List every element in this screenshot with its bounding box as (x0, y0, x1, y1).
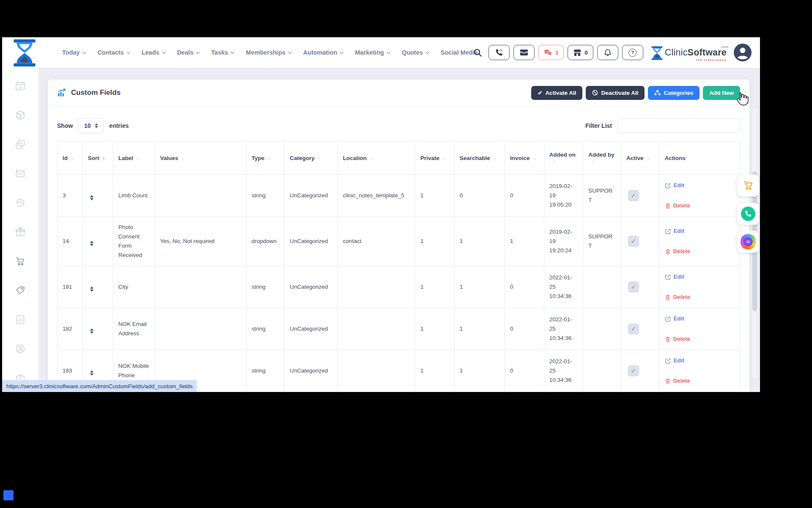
cell-searchable: 1 (454, 266, 505, 308)
drag-handle-icon[interactable] (90, 241, 93, 246)
cart-icon[interactable] (15, 256, 26, 268)
nav-item-automation[interactable]: Automation (303, 49, 344, 56)
column-header-id[interactable]: Id↑↓ (58, 141, 83, 175)
column-header-values[interactable]: Values↑↓ (155, 141, 246, 175)
svg-text:12: 12 (19, 86, 22, 89)
chat-button[interactable]: 3 (538, 45, 564, 60)
calendar-icon[interactable]: 12 (15, 80, 26, 93)
cell-added-by (583, 350, 621, 392)
nav-item-marketing[interactable]: Marketing (355, 49, 390, 56)
activate-all-button[interactable]: ✔ Activate All (531, 86, 582, 100)
cell-added-by (583, 308, 621, 350)
edit-link[interactable]: Edit (665, 356, 735, 365)
cell-added-on: 2019-02-19 19:20:24 (544, 217, 583, 266)
edit-link[interactable]: Edit (665, 314, 735, 323)
search-icon[interactable] (473, 48, 482, 57)
filter-input[interactable] (617, 119, 740, 133)
active-checkbox[interactable]: ✓ (628, 365, 639, 376)
edit-link[interactable]: Edit (665, 226, 735, 236)
left-sidebar: 12 (2, 68, 38, 392)
sort-icons: ↑↓ (267, 156, 270, 161)
cell-added-on: 2019-02-19 19:05:20 (544, 175, 583, 217)
help-button[interactable]: ? (622, 45, 643, 60)
tray-icon[interactable] (15, 168, 26, 181)
chat-icon (544, 49, 552, 56)
edit-link[interactable]: Edit (665, 272, 735, 282)
cell-added-on: 2022-01-25 10:34:36 (544, 308, 583, 350)
nav-item-tasks[interactable]: Tasks (211, 49, 234, 56)
drag-handle-icon[interactable] (90, 195, 93, 200)
column-header-sort[interactable]: Sort↑↓ (82, 141, 113, 175)
entries-select[interactable]: 10 (78, 118, 104, 133)
package-icon[interactable] (15, 110, 26, 122)
gift-icon[interactable] (15, 226, 26, 239)
column-header-category[interactable]: Category↑↓ (285, 141, 338, 175)
delete-link[interactable]: Delete (665, 293, 735, 302)
cell-type: string (246, 175, 285, 217)
add-new-button[interactable]: Add New (703, 86, 740, 100)
active-checkbox[interactable]: ✓ (628, 323, 639, 334)
column-header-location[interactable]: Location↑↓ (337, 141, 415, 175)
delete-link[interactable]: Delete (665, 247, 735, 256)
cell-private: 1 (415, 175, 455, 217)
report-icon[interactable] (15, 314, 26, 327)
custom-fields-table: Id↑↓ Sort↑↓ Label↑↓ Values↑↓ Type↑↓ Cate… (57, 141, 740, 392)
categories-button[interactable]: Categories (648, 86, 700, 100)
history-icon[interactable] (15, 197, 26, 210)
column-header-actions[interactable]: Actions↑↓ (659, 141, 740, 175)
table-row: 182 NOK Email Address string UnCategoriz… (58, 308, 740, 350)
column-header-searchable[interactable]: Searchable↑↓ (454, 141, 505, 175)
active-checkbox[interactable]: ✓ (628, 190, 639, 201)
table-controls: Show 10 entries Filter List (48, 106, 749, 141)
floating-ai-button[interactable]: AI (737, 231, 759, 253)
nav-item-quotes[interactable]: Quotes (402, 49, 429, 56)
copy-icon[interactable] (15, 139, 26, 152)
user-avatar[interactable] (734, 44, 752, 61)
inbox-button[interactable] (513, 45, 535, 60)
column-header-active[interactable]: Active↑↓ (621, 141, 659, 175)
entries-label: entries (109, 122, 129, 129)
cell-searchable: 0 (454, 175, 505, 217)
tag-icon[interactable] (15, 285, 26, 298)
column-header-added_by[interactable]: Added by↑↓ (583, 141, 621, 175)
nav-item-social-media[interactable]: Social Media (441, 49, 478, 56)
nav-item-today[interactable]: Today (62, 49, 86, 56)
notifications-button[interactable] (597, 45, 618, 60)
column-header-invoice[interactable]: Invoice↑↓ (505, 141, 544, 175)
nav-item-leads[interactable]: Leads (142, 49, 166, 56)
chevron-down-icon (196, 52, 200, 54)
floating-whatsapp-button[interactable] (737, 203, 759, 225)
check-icon: ✓ (631, 237, 636, 246)
edit-link[interactable]: Edit (665, 181, 735, 190)
drag-handle-icon[interactable] (90, 329, 93, 334)
nav-item-deals[interactable]: Deals (177, 49, 200, 56)
cell-label: NOK Email Address (113, 308, 155, 350)
column-header-label[interactable]: Label↑↓ (113, 141, 155, 175)
delete-link[interactable]: Delete (665, 334, 735, 344)
column-header-added_on[interactable]: Added on↑↓ (544, 141, 583, 175)
store-button[interactable]: 0 (568, 45, 593, 60)
drag-handle-icon[interactable] (90, 370, 93, 375)
deactivate-all-button[interactable]: Deactivate All (586, 86, 645, 100)
nav-item-contacts[interactable]: Contacts (98, 49, 130, 56)
table-body: 3 Limb Count string UnCategorized clinic… (58, 175, 740, 392)
taskbar-item[interactable] (3, 490, 14, 500)
brand-logo[interactable]: ClinicSoftware .com TEN STEPS AHEAD (651, 44, 727, 61)
table-header-row: Id↑↓ Sort↑↓ Label↑↓ Values↑↓ Type↑↓ Cate… (58, 141, 740, 175)
floating-cart-button[interactable] (737, 174, 759, 196)
delete-link[interactable]: Delete (665, 376, 735, 386)
check-icon: ✓ (631, 191, 636, 200)
column-header-private[interactable]: Private↑↓ (415, 141, 455, 175)
show-label: Show (57, 122, 73, 129)
delete-link[interactable]: Delete (665, 201, 735, 210)
column-header-type[interactable]: Type↑↓ (246, 141, 285, 175)
clinicsoftware-logo-icon[interactable] (13, 39, 36, 68)
member-icon[interactable] (15, 343, 26, 356)
cell-added-on: 2022-01-25 10:34:36 (544, 350, 583, 392)
nav-item-memberships[interactable]: Memberships (246, 49, 291, 56)
active-checkbox[interactable]: ✓ (628, 236, 639, 247)
drag-handle-icon[interactable] (90, 287, 93, 292)
phone-button[interactable] (488, 45, 510, 60)
cell-private: 1 (415, 266, 455, 308)
active-checkbox[interactable]: ✓ (628, 282, 639, 293)
